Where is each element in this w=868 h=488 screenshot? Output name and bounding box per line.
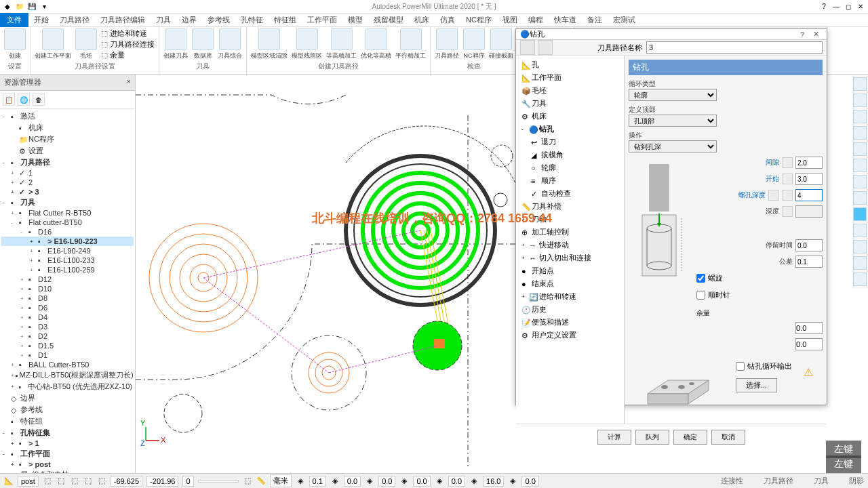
- sb-val-2[interactable]: 0.0: [378, 476, 395, 487]
- ribbon-btn[interactable]: 优化等高精: [361, 28, 391, 60]
- gap-lock-icon[interactable]: [782, 157, 793, 168]
- tree-node[interactable]: -▪孔特征集: [1, 427, 134, 439]
- menu-boundary[interactable]: 边界: [176, 13, 202, 27]
- ribbon-btn[interactable]: 刀具路径: [435, 28, 459, 60]
- dialog-tree-node[interactable]: ⚙用户定义设置: [519, 329, 621, 342]
- dialog-tree-node[interactable]: 📝便笺和描述: [519, 316, 621, 329]
- sb-ic-4[interactable]: ⬚: [83, 476, 93, 486]
- menu-toolpath[interactable]: 刀具路径: [54, 13, 95, 27]
- sb-right-0[interactable]: 连接性: [721, 476, 743, 486]
- spiral-depth-input[interactable]: [795, 189, 823, 201]
- depth-lock-icon[interactable]: [782, 206, 793, 217]
- dialog-tree-node[interactable]: 🔧刀具: [519, 97, 621, 110]
- sb-val-4[interactable]: 0.0: [448, 476, 465, 487]
- tree-node[interactable]: +▪> E16-L90-223: [1, 237, 134, 246]
- gap-input[interactable]: [795, 157, 823, 169]
- open-icon[interactable]: 📁: [15, 2, 24, 12]
- sb-val-6[interactable]: 0.0: [521, 476, 538, 487]
- tree-node[interactable]: ◇参考线: [1, 404, 134, 415]
- menu-toolpath-edit[interactable]: 刀具路径编辑: [95, 13, 151, 27]
- tree-node[interactable]: +▪> 1: [1, 439, 134, 448]
- cw-checkbox[interactable]: [696, 291, 705, 300]
- tree-node[interactable]: +▪层_组合和夹持: [1, 469, 134, 473]
- view-tool-13[interactable]: [853, 272, 867, 286]
- tree-node[interactable]: +▪Flat Cutter R-BT50: [1, 208, 134, 218]
- dialog-tree-node[interactable]: 📐孔: [519, 58, 621, 71]
- tree-node[interactable]: +▪D12: [1, 274, 134, 284]
- file-menu[interactable]: 文件: [0, 13, 28, 27]
- dwell-input[interactable]: [795, 239, 823, 251]
- sb-right-3[interactable]: 阴影: [849, 476, 864, 486]
- tree-node[interactable]: +▪BALL Cutter-BT50: [1, 360, 134, 369]
- dialog-tree-node[interactable]: +→快进移动: [519, 239, 621, 251]
- tree-node[interactable]: +✓2: [1, 178, 134, 187]
- dialog-tree-node[interactable]: ✓自动检查: [519, 187, 621, 200]
- dialog-close-icon[interactable]: ✕: [809, 30, 823, 39]
- menu-start[interactable]: 开始: [28, 13, 54, 27]
- tree-node[interactable]: +▪E16-L100-233: [1, 256, 134, 265]
- ribbon-btn[interactable]: 模型残留区: [292, 28, 322, 60]
- view-tool-12[interactable]: [853, 256, 867, 270]
- tree-node[interactable]: ⚙设置: [1, 145, 134, 157]
- sb-ic-6[interactable]: ⬚: [243, 476, 252, 486]
- tree-node[interactable]: +▪D1: [1, 350, 134, 360]
- ribbon-btn[interactable]: NC程序: [463, 28, 485, 60]
- explorer-tb-1[interactable]: 📋: [3, 94, 15, 106]
- ribbon-small[interactable]: ⬚ 进给和转速: [101, 28, 155, 39]
- queue-button[interactable]: 队列: [635, 430, 669, 445]
- tree-node[interactable]: +▪E16-L100-259: [1, 265, 134, 274]
- depth-input[interactable]: [795, 205, 823, 218]
- menu-pattern[interactable]: 参考线: [202, 13, 235, 27]
- tree-node[interactable]: +▪D4: [1, 312, 134, 322]
- view-tool-6[interactable]: [853, 159, 867, 172]
- tree-node[interactable]: +✓1: [1, 168, 134, 178]
- ribbon-btn[interactable]: 模型区域清除: [251, 28, 288, 60]
- ribbon-btn[interactable]: 毛坯: [75, 28, 97, 60]
- tree-node[interactable]: +▪D1.5: [1, 341, 134, 350]
- dialog-tree-node[interactable]: +↔切入切出和连接: [519, 251, 621, 264]
- sb-ic-2[interactable]: ⬚: [56, 476, 66, 486]
- tree-node[interactable]: +▪E16-L90-249: [1, 246, 134, 256]
- tol-input[interactable]: [795, 256, 823, 268]
- menu-machine[interactable]: 机床: [409, 13, 435, 27]
- ribbon-btn[interactable]: 数据库: [192, 28, 214, 60]
- menu-stock[interactable]: 残留模型: [368, 13, 409, 27]
- view-tool-3[interactable]: [853, 110, 867, 123]
- dialog-tree-node[interactable]: ⊕加工轴控制: [519, 226, 621, 239]
- view-tool-5[interactable]: [853, 142, 867, 156]
- tree-node[interactable]: -▪刀具: [1, 197, 134, 208]
- tree-node[interactable]: +▪D10: [1, 284, 134, 293]
- tree-node[interactable]: -▪工作平面: [1, 448, 134, 460]
- menu-workplane[interactable]: 工作平面: [302, 13, 342, 27]
- menu-macro[interactable]: 宏测试: [608, 13, 641, 27]
- sb-right-1[interactable]: 刀具路径: [764, 476, 793, 486]
- ribbon-btn[interactable]: 平行精加工: [395, 28, 426, 60]
- ribbon-btn[interactable]: 创建: [4, 28, 26, 60]
- menu-nc[interactable]: NC程序: [460, 13, 497, 27]
- ribbon-small[interactable]: ⬚ 余量: [101, 50, 155, 60]
- ribbon-btn[interactable]: 创建工作平面: [35, 28, 71, 60]
- sb-val-ic-2[interactable]: ◈: [365, 476, 374, 486]
- sb-workplane-icon[interactable]: 📐: [4, 476, 14, 486]
- menu-express[interactable]: 快车道: [549, 13, 582, 27]
- start-input[interactable]: [795, 173, 823, 185]
- dialog-tree-node[interactable]: 📐工作平面: [519, 71, 621, 84]
- spiral-lock2-icon[interactable]: [782, 190, 793, 201]
- tree-node[interactable]: ◇边界: [1, 392, 134, 404]
- minimize-icon[interactable]: —: [831, 2, 841, 12]
- sb-val-3[interactable]: 0.0: [413, 476, 430, 487]
- op-select[interactable]: 钻到孔深: [629, 140, 717, 152]
- view-tool-1[interactable]: [853, 77, 867, 91]
- tree-node[interactable]: -▪D16: [1, 227, 134, 237]
- menu-model[interactable]: 模型: [342, 13, 368, 27]
- sb-unit[interactable]: 毫米: [270, 474, 292, 487]
- ribbon-btn[interactable]: 刀具综合: [218, 28, 242, 60]
- sb-val-0[interactable]: 0.1: [309, 476, 326, 487]
- tree-node[interactable]: +▪> post: [1, 460, 134, 469]
- cycle-type-select[interactable]: 轮廓: [629, 89, 717, 101]
- explorer-tb-3[interactable]: 🗑: [33, 94, 45, 106]
- tree-node[interactable]: +▪D8: [1, 293, 134, 303]
- menu-hole[interactable]: 孔特征: [235, 13, 269, 27]
- view-tool-10[interactable]: [853, 224, 867, 237]
- save-icon[interactable]: 💾: [27, 2, 37, 12]
